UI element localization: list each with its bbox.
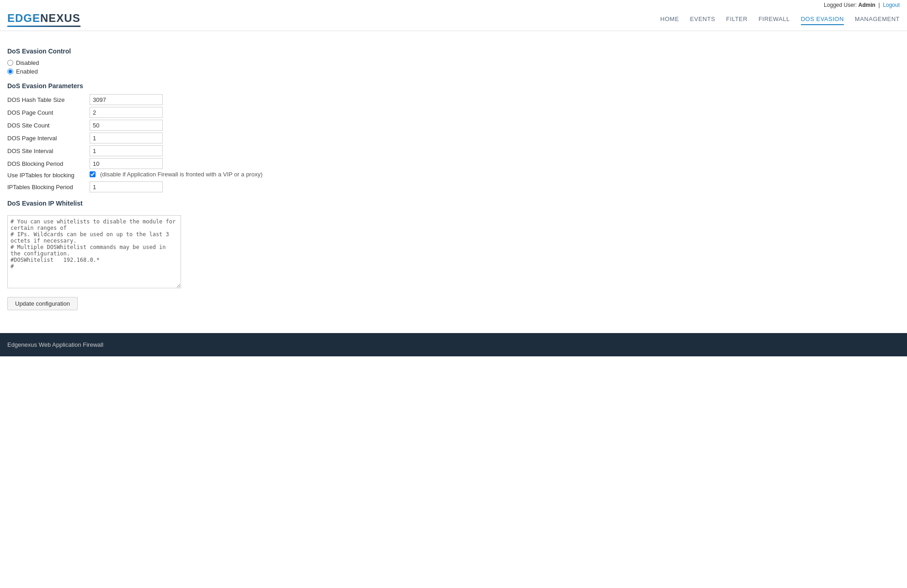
logo-text: EDGENEXUS (7, 12, 80, 25)
nav-events[interactable]: EVENTS (690, 14, 715, 25)
evasion-params-section: DoS Evasion Parameters DOS Hash Table Si… (7, 82, 900, 192)
logged-user-name: Admin (859, 2, 875, 8)
param-row-site-interval: DOS Site Interval (7, 145, 900, 156)
param-row-iptables-blocking: IPTables Blocking Period (7, 181, 900, 192)
nav-filter[interactable]: FILTER (726, 14, 747, 25)
enabled-radio[interactable] (7, 69, 13, 74)
page-interval-label: DOS Page Interval (7, 135, 90, 142)
hash-table-size-input[interactable] (90, 94, 163, 105)
site-interval-label: DOS Site Interval (7, 148, 90, 154)
site-count-input[interactable] (90, 120, 163, 131)
nav-home[interactable]: HOME (660, 14, 679, 25)
site-interval-input[interactable] (90, 145, 163, 156)
iptables-blocking-label: IPTables Blocking Period (7, 184, 90, 191)
footer: Edgenexus Web Application Firewall (0, 333, 907, 356)
main-content: DoS Evasion Control Disabled Enabled DoS… (0, 31, 907, 319)
page-count-label: DOS Page Count (7, 109, 90, 116)
param-row-page-count: DOS Page Count (7, 107, 900, 118)
nav-management[interactable]: MANAGEMENT (855, 14, 900, 25)
disabled-radio[interactable] (7, 60, 13, 66)
enabled-label: Enabled (16, 68, 38, 75)
logout-link[interactable]: Logout (883, 2, 900, 8)
logged-user-label: Logged User: (824, 2, 857, 8)
logo-edge: EDGE (7, 12, 40, 24)
whitelist-textarea[interactable]: # You can use whitelists to disable the … (7, 215, 181, 288)
hash-table-size-label: DOS Hash Table Size (7, 96, 90, 103)
logo-underline (7, 26, 80, 27)
whitelist-section: DoS Evasion IP Whitelist # You can use w… (7, 200, 900, 290)
disabled-radio-label[interactable]: Disabled (7, 59, 900, 66)
param-row-site-count: DOS Site Count (7, 120, 900, 131)
blocking-period-label: DOS Blocking Period (7, 160, 90, 167)
header-top-bar: Logged User: Admin | Logout (0, 0, 907, 8)
update-config-button[interactable]: Update configuration (7, 297, 78, 310)
nav-dos-evasion[interactable]: DOS EVASION (801, 14, 844, 25)
iptables-checkbox[interactable] (90, 171, 96, 177)
param-row-blocking-period: DOS Blocking Period (7, 158, 900, 169)
evasion-radio-group: Disabled Enabled (7, 59, 900, 75)
iptables-description: (disable if Application Firewall is fron… (100, 171, 262, 178)
page-count-input[interactable] (90, 107, 163, 118)
evasion-control-title: DoS Evasion Control (7, 48, 900, 55)
whitelist-title: DoS Evasion IP Whitelist (7, 200, 900, 207)
logo-nexus: NEXUS (40, 12, 80, 24)
enabled-radio-label[interactable]: Enabled (7, 68, 900, 75)
site-count-label: DOS Site Count (7, 122, 90, 129)
logged-user-info: Logged User: Admin | Logout (824, 2, 900, 8)
iptables-label: Use IPTables for blocking (7, 172, 90, 179)
footer-label: Edgenexus Web Application Firewall (7, 341, 103, 348)
blocking-period-input[interactable] (90, 158, 163, 169)
evasion-params-title: DoS Evasion Parameters (7, 82, 900, 90)
logo-container: EDGENEXUS (7, 12, 80, 27)
param-row-hash-table-size: DOS Hash Table Size (7, 94, 900, 105)
iptables-checkbox-row: (disable if Application Firewall is fron… (90, 171, 262, 178)
param-row-page-interval: DOS Page Interval (7, 132, 900, 143)
params-table: DOS Hash Table Size DOS Page Count DOS S… (7, 94, 900, 192)
iptables-blocking-input[interactable] (90, 181, 163, 192)
page-interval-input[interactable] (90, 132, 163, 143)
param-row-iptables: Use IPTables for blocking (disable if Ap… (7, 171, 900, 180)
nav-firewall[interactable]: FIREWALL (758, 14, 790, 25)
main-nav: HOME EVENTS FILTER FIREWALL DOS EVASION … (660, 14, 900, 25)
evasion-control-section: DoS Evasion Control Disabled Enabled (7, 48, 900, 75)
main-header: EDGENEXUS HOME EVENTS FILTER FIREWALL DO… (0, 8, 907, 31)
disabled-label: Disabled (16, 59, 39, 66)
